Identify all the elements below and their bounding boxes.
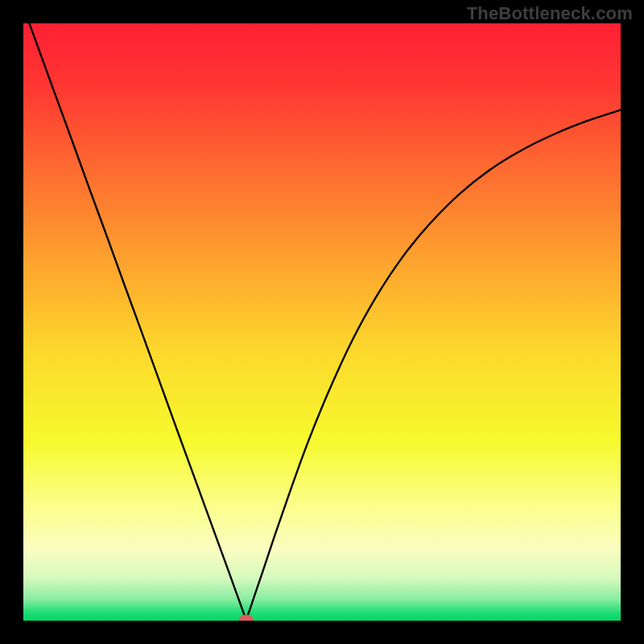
gradient-background xyxy=(23,23,621,621)
watermark-text: TheBottleneck.com xyxy=(467,3,633,24)
bottleneck-chart xyxy=(23,23,621,621)
plot-area xyxy=(23,23,621,621)
chart-frame: TheBottleneck.com xyxy=(0,0,644,644)
